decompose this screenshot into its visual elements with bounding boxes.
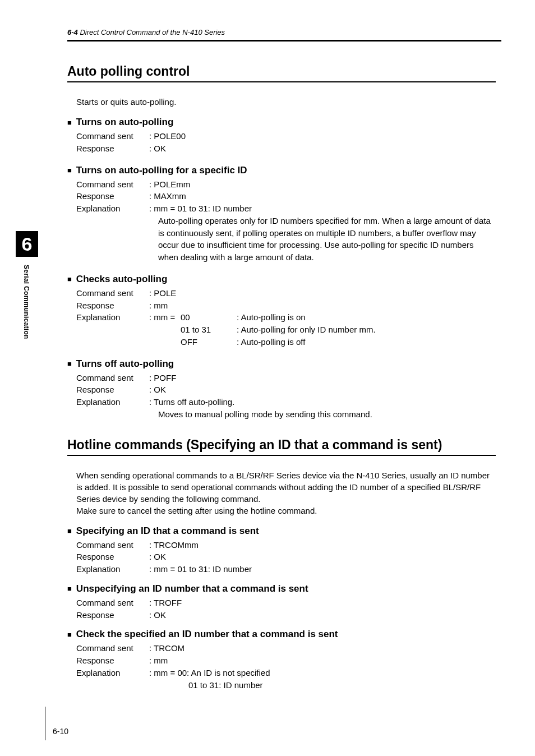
kv-value: : TROFF [149,597,496,609]
mm-key: OFF [181,336,237,348]
kv-label: Command sent [76,178,149,191]
kv-label: Command sent [76,287,149,299]
sub-title: Unspecifying an ID number that a command… [76,583,308,594]
kv-value: : OK [149,609,496,621]
kv-value: : POFF [149,372,496,384]
kv-label: Explanation [76,563,149,575]
chapter-tab: 6 Serial Communication [16,231,38,339]
bullet-icon: ■ [67,631,72,638]
section-title-auto-polling: Auto polling control [67,64,496,79]
kv-label: Explanation [76,202,149,215]
section-intro: When sending operational commands to a B… [76,469,496,517]
kv-label: Explanation [76,667,149,679]
sub-title: Turns on auto-polling [76,117,173,128]
section-divider [67,81,496,82]
kv-value: : mm = 01 to 31: ID number [149,563,496,575]
kv-label: Response [76,190,149,202]
kv-value: : mm = 01 to 31: ID number [149,202,496,215]
kv-label: Explanation [76,311,149,348]
kv-label: Response [76,654,149,667]
header-divider [67,40,501,42]
mm-desc: : Auto-polling is off [237,336,376,348]
kv-value: : POLE [149,287,496,299]
kv-label: Command sent [76,372,149,384]
kv-label: Response [76,384,149,396]
mm-desc: : Auto-polling is on [237,311,376,324]
kv-value: : TRCOM [149,642,496,654]
kv-value: : mm = 00: An ID is not specified [149,667,496,679]
kv-label: Command sent [76,130,149,142]
subsection-checks: ■ Checks auto-polling Command sent: POLE… [67,274,496,348]
mm-key: 00 [181,311,237,324]
subsection-turns-off: ■ Turns off auto-polling Command sent: P… [67,358,496,421]
chapter-label: Serial Communication [22,265,30,339]
mm-key: 01 to 31 [181,324,237,336]
header-prefix: 6-4 [67,28,78,36]
mm-desc: : Auto-polling for only ID number mm. [237,324,376,336]
kv-label: Response [76,609,149,621]
bullet-icon: ■ [67,585,72,592]
explanation-body: Auto-polling operates only for ID number… [158,215,496,264]
kv-value: : OK [149,384,496,396]
kv-label: Command sent [76,642,149,654]
subsection-check-id: ■ Check the specified an ID number that … [67,629,496,691]
bullet-icon: ■ [67,527,72,534]
kv-value: : MAXmm [149,190,496,202]
kv-label: Explanation [76,396,149,408]
subsection-specific-id: ■ Turns on auto-polling for a specific I… [67,165,496,264]
sub-title: Turns off auto-polling [76,358,174,370]
bullet-icon: ■ [67,167,72,174]
kv-value: : Turns off auto-polling. [149,396,496,408]
section-intro: Starts or quits auto-polling. [76,96,496,108]
kv-value: : mm [149,654,496,667]
header-title: Direct Control Command of the N-410 Seri… [80,28,225,36]
explanation-body: 01 to 31: ID number [188,679,496,692]
subsection-unspecify-id: ■ Unspecifying an ID number that a comma… [67,583,496,621]
section-divider [67,455,496,456]
exp-prefix: : mm = [149,311,181,348]
kv-value: : POLE00 [149,130,496,142]
subsection-turns-on: ■ Turns on auto-polling Command sent: PO… [67,117,496,155]
kv-label: Response [76,142,149,155]
kv-label: Response [76,299,149,312]
sub-title: Check the specified an ID number that a … [76,629,338,640]
kv-label: Response [76,551,149,563]
kv-label: Command sent [76,539,149,551]
bullet-icon: ■ [67,119,72,126]
explanation-body: Moves to manual polling mode by sending … [158,408,496,421]
kv-value: : POLEmm [149,178,496,191]
bullet-icon: ■ [67,275,72,283]
kv-value: : OK [149,551,496,563]
sub-title: Specifying an ID that a command is sent [76,525,259,537]
page-number: 6-10 [53,727,68,736]
chapter-number: 6 [16,231,38,257]
running-header: 6-4 Direct Control Command of the N-410 … [67,28,501,36]
bullet-icon: ■ [67,360,72,367]
subsection-specify-id: ■ Specifying an ID that a command is sen… [67,525,496,575]
kv-value: : OK [149,142,496,155]
sub-title: Checks auto-polling [76,274,167,285]
kv-label: Command sent [76,597,149,609]
kv-value: : mm [149,299,496,312]
section-title-hotline: Hotline commands (Specifying an ID that … [67,437,496,453]
footer-rule [45,707,45,740]
sub-title: Turns on auto-polling for a specific ID [76,165,247,176]
kv-value: : TRCOMmm [149,539,496,551]
